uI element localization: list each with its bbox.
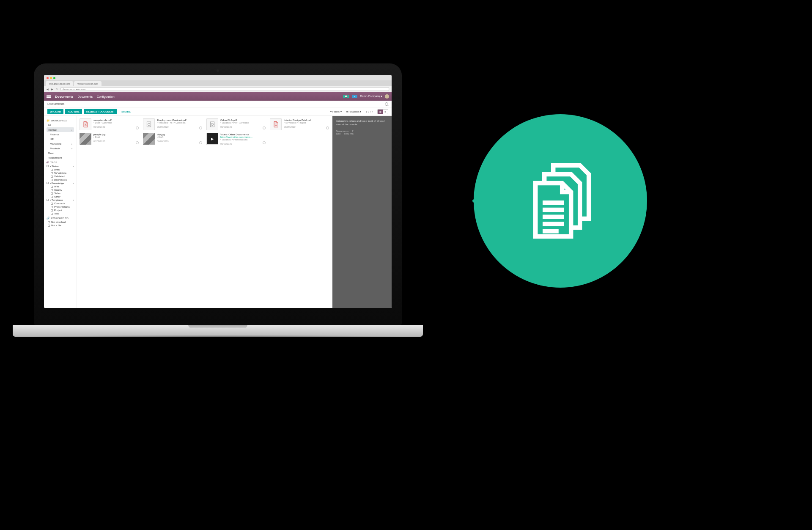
user-avatar[interactable] (385, 94, 389, 99)
hamburger-icon[interactable] (47, 95, 51, 97)
select-ring[interactable] (326, 126, 329, 129)
svg-point-2 (148, 123, 150, 125)
nav-documents[interactable]: Documents (78, 95, 93, 98)
action-bar: UPLOAD ADD URL REQUEST DOCUMENT SHARE ▾ … (44, 107, 392, 116)
document-grid: 人sample-nda.pdf• Draft • Contracts06/09/… (77, 116, 332, 308)
workspace-item[interactable]: Marketing▸ (47, 141, 74, 146)
search-icon[interactable] (385, 102, 388, 106)
document-card[interactable]: city.jpg• Draft06/09/2020 (143, 133, 203, 145)
attached-header: 🔗ATTACHED TO (47, 217, 74, 220)
pdf-icon: 人 (80, 118, 91, 130)
tag-item[interactable]: Deprecated (47, 178, 74, 181)
browser-tab-1[interactable]: web.production.com (46, 81, 73, 86)
doc-date: 06/09/2020 (284, 126, 330, 128)
doc-date: 06/09/2020 (93, 126, 140, 128)
info-size-value: 0.92 MB (344, 132, 354, 135)
info-size-label: Size (336, 132, 341, 135)
tag-item[interactable]: To Validate (47, 171, 74, 175)
workspace-item[interactable]: Internal▸ (47, 127, 74, 132)
traffic-light-max[interactable] (53, 77, 55, 79)
app-title: Documents (55, 95, 74, 99)
tag-group[interactable]: • Templates▾ (47, 198, 74, 202)
url-field[interactable]: demo.documents.com (60, 87, 389, 91)
view-kanban-icon[interactable]: ▦ (378, 110, 383, 114)
doc-path: • Draft • Contracts (93, 121, 140, 124)
nav-configuration[interactable]: Configuration (97, 95, 115, 98)
doc-date: 06/09/2020 (157, 140, 203, 143)
traffic-light-close[interactable] (47, 77, 49, 79)
add-url-button[interactable]: ADD URL (65, 109, 82, 114)
nav-reload-icon[interactable]: ⟳ (56, 88, 58, 91)
company-switcher[interactable]: Demo Company ▾ (360, 95, 382, 98)
doc-name: sample-nda.pdf (93, 118, 140, 121)
documents-stack-icon (516, 157, 605, 245)
laptop-base (13, 325, 423, 337)
laptop-mockup: web.production.com web.production.com ◀ … (34, 63, 402, 337)
tag-item[interactable]: Validated (47, 175, 74, 178)
workspace-item[interactable]: Finance (47, 132, 74, 137)
document-card[interactable]: ▶Video: Other Documentshttps://www.other… (206, 133, 266, 145)
doc-name: Employment Contract.pdf (157, 118, 203, 121)
tag-item[interactable]: Quality (47, 188, 74, 192)
select-ring[interactable] (263, 141, 266, 144)
workspace-item[interactable]: Recruitment (47, 155, 74, 160)
workspace-item[interactable]: Fleet (47, 151, 74, 155)
request-document-button[interactable]: REQUEST DOCUMENT (84, 109, 117, 114)
doc-path: • Draft (157, 136, 203, 138)
select-ring[interactable] (199, 126, 202, 129)
info-panel: Categorize, share and keep track of all … (332, 116, 392, 308)
nav-fwd-icon[interactable]: ▶ (51, 88, 53, 91)
doc-name: Odoo CLA.pdf (220, 118, 266, 121)
view-switcher: ▦ ≡ (377, 109, 388, 114)
tag-item[interactable]: Sales (47, 192, 74, 195)
svg-rect-3 (210, 122, 214, 127)
document-card[interactable]: Odoo CLA.pdf• Validated • HR • Contracts… (206, 118, 266, 130)
doc-icon (206, 118, 218, 130)
favorites-dropdown[interactable]: ★ Favorites ▾ (346, 110, 362, 113)
tag-item[interactable]: Other (47, 195, 74, 198)
share-button[interactable]: SHARE (119, 109, 133, 114)
tag-group[interactable]: • Knowledge▾ (47, 181, 74, 185)
tag-group[interactable]: • Status▾ (47, 165, 74, 168)
svg-rect-1 (147, 122, 151, 127)
select-ring[interactable] (263, 126, 266, 129)
tag-item[interactable]: Project (47, 209, 74, 212)
workspace-item[interactable]: All (47, 123, 74, 127)
traffic-light-min[interactable] (50, 77, 52, 79)
view-list-icon[interactable]: ≡ (383, 110, 388, 114)
browser-tab-2[interactable]: web.production.com (74, 81, 102, 86)
upload-button[interactable]: UPLOAD (47, 109, 63, 114)
tags-header: 🏷TAGS (47, 161, 74, 164)
breadcrumb: Documents (47, 102, 64, 106)
workspace-item[interactable]: HR (47, 137, 74, 141)
select-ring[interactable] (136, 126, 139, 129)
svg-text:人: 人 (274, 124, 277, 126)
tag-item[interactable]: Test (47, 212, 74, 215)
screen-bezel: web.production.com web.production.com ◀ … (34, 63, 402, 325)
video-thumb: ▶ (206, 133, 218, 145)
chat-icon[interactable]: 💬 (343, 95, 349, 98)
breadcrumb-bar: Documents (44, 101, 392, 107)
tag-item[interactable]: Draft (47, 168, 74, 171)
document-card[interactable]: 人sample-nda.pdf• Draft • Contracts06/09/… (80, 118, 140, 130)
select-ring[interactable] (199, 141, 202, 144)
nav-back-icon[interactable]: ◀ (47, 88, 49, 91)
document-card[interactable]: people.jpg• Draft06/09/2020 (80, 133, 140, 145)
document-card[interactable]: 人Interior Design Brief.pdf• To Validate … (270, 118, 330, 130)
activity-icon[interactable]: ✓ (352, 95, 357, 98)
doc-path2: • Validated • Presentations (220, 138, 266, 141)
tag-item[interactable]: Contracts (47, 202, 74, 205)
info-tagline: Categorize, share and keep track of all … (336, 119, 388, 126)
select-ring[interactable] (136, 141, 139, 144)
tag-item[interactable]: Presentations (47, 205, 74, 209)
doc-name: Interior Design Brief.pdf (284, 118, 330, 121)
attached-item[interactable]: Not attached (47, 220, 74, 224)
filters-dropdown[interactable]: ▾ Filters ▾ (330, 110, 341, 113)
browser-tabbar: web.production.com web.production.com (44, 80, 392, 86)
tag-item[interactable]: Wiki (47, 185, 74, 188)
attached-item[interactable]: Not a file (47, 224, 74, 227)
svg-point-4 (211, 123, 213, 125)
document-card[interactable]: Employment Contract.pdf• Validated • HR … (143, 118, 203, 130)
workspace-item[interactable]: Products▸ (47, 146, 74, 151)
svg-text:人: 人 (84, 124, 87, 126)
